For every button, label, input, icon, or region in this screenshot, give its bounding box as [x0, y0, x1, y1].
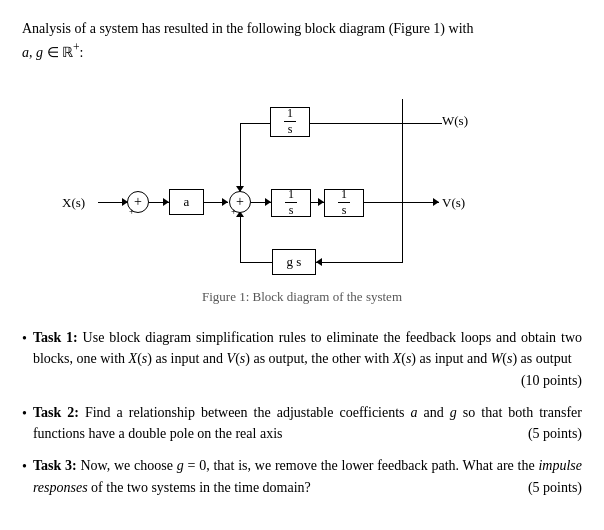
intro-text: Analysis of a system has resulted in the… [22, 18, 582, 63]
task-2-points: (5 points) [528, 423, 582, 445]
figure-caption: Figure 1: Block diagram of the system [202, 289, 402, 305]
tasks-section: • Task 1: Use block diagram simplificati… [22, 327, 582, 499]
task-3-bullet: • [22, 456, 27, 478]
mid2-frac-den: s [339, 203, 350, 219]
sum2-plus-label: + [231, 206, 237, 217]
top-frac-num: 1 [284, 106, 296, 123]
arrow-int2-vs [433, 198, 439, 206]
task-1-text: Task 1: Use block diagram simplification… [33, 327, 582, 392]
mid1-frac: 1 s [285, 187, 297, 219]
mid2-frac: 1 s [338, 187, 350, 219]
block-mid-integrator1: 1 s [271, 189, 311, 217]
block-mid-integrator2: 1 s [324, 189, 364, 217]
diagram-area: a 1 s 1 s 1 s g s [52, 79, 552, 289]
sum1-plus-label: + [129, 206, 135, 217]
vs-label: V(s) [442, 195, 465, 211]
task-2-text: Task 2: Find a relationship between the … [33, 402, 582, 445]
mid1-frac-den: s [286, 203, 297, 219]
task-2-item: • Task 2: Find a relationship between th… [22, 402, 582, 445]
arrow-gs-in [316, 258, 322, 266]
wire-ws-right [402, 123, 442, 124]
ws-label: W(s) [442, 113, 468, 129]
block-a-label: a [184, 194, 190, 210]
diagram-container: a 1 s 1 s 1 s g s [22, 79, 582, 319]
arrow-a-sum2 [222, 198, 228, 206]
task-3-points: (5 points) [528, 477, 582, 499]
mid2-frac-num: 1 [338, 187, 350, 204]
task-1-bullet: • [22, 328, 27, 350]
task-3-item: • Task 3: Now, we choose g = 0, that is,… [22, 455, 582, 498]
wire-gs-left [240, 262, 272, 263]
task-1-item: • Task 1: Use block diagram simplificati… [22, 327, 582, 392]
task-3-text: Task 3: Now, we choose g = 0, that is, w… [33, 455, 582, 498]
block-a: a [169, 189, 204, 215]
task-1-points: (10 points) [521, 370, 582, 392]
top-frac: 1 s [284, 106, 296, 138]
task-2-bullet: • [22, 403, 27, 425]
xs-label: X(s) [62, 195, 85, 211]
wire-top-left [240, 123, 270, 124]
block-gs: g s [272, 249, 316, 275]
task-3-italic: impulse responses [33, 458, 582, 495]
task-3-bold: Task 3: [33, 458, 77, 473]
task-2-bold: Task 2: [33, 405, 79, 420]
sum1-symbol: + [134, 194, 142, 210]
wire-ws-vertical [402, 99, 403, 123]
wire-int2-vs [359, 202, 439, 203]
wire-gs-up [240, 214, 241, 262]
wire-node-up [402, 123, 403, 203]
wire-node-down [402, 202, 403, 262]
block-gs-label: g s [287, 254, 302, 270]
mid1-frac-num: 1 [285, 187, 297, 204]
sum2-symbol: + [236, 194, 244, 210]
top-frac-den: s [285, 122, 296, 138]
wire-top-down [240, 123, 241, 191]
block-top-integrator: 1 s [270, 107, 310, 137]
task-1-bold: Task 1: [33, 330, 78, 345]
